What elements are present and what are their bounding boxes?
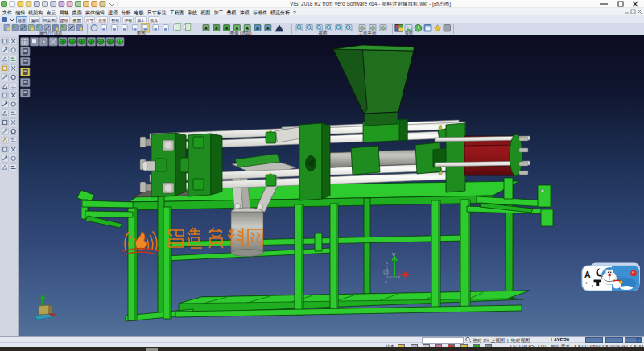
svg-text:V: V bbox=[392, 252, 395, 257]
svg-text:A: A bbox=[584, 270, 591, 279]
svg-text:o: o bbox=[385, 279, 387, 284]
